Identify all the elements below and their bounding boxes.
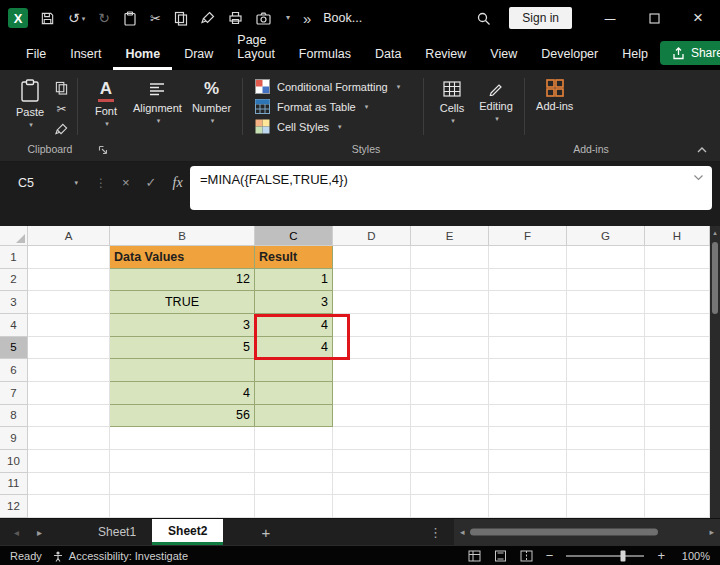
cell-F7[interactable] bbox=[489, 382, 567, 405]
cell-G12[interactable] bbox=[567, 495, 645, 518]
column-header-B[interactable]: B bbox=[110, 226, 255, 246]
formula-input[interactable]: =MINA({FALSE,TRUE,4}) bbox=[190, 166, 712, 210]
cell-F5[interactable] bbox=[489, 337, 567, 360]
cell-G10[interactable] bbox=[567, 450, 645, 473]
cell-A4[interactable] bbox=[28, 314, 110, 337]
zoom-slider-thumb[interactable] bbox=[620, 550, 625, 561]
zoom-slider[interactable] bbox=[566, 555, 644, 557]
sheet-tab-sheet2[interactable]: Sheet2 bbox=[152, 519, 223, 545]
cell-E3[interactable] bbox=[411, 291, 489, 314]
cell-F4[interactable] bbox=[489, 314, 567, 337]
tab-insert[interactable]: Insert bbox=[58, 47, 113, 70]
cell-A1[interactable] bbox=[28, 246, 110, 269]
cell-B8[interactable]: 56 bbox=[110, 405, 255, 428]
cell-E10[interactable] bbox=[411, 450, 489, 473]
cell-A11[interactable] bbox=[28, 473, 110, 496]
cell-D2[interactable] bbox=[333, 269, 411, 292]
cell-C4[interactable]: 4 bbox=[255, 314, 333, 337]
cell-A2[interactable] bbox=[28, 269, 110, 292]
cell-F2[interactable] bbox=[489, 269, 567, 292]
page-break-view-icon[interactable] bbox=[520, 550, 533, 562]
cell-D11[interactable] bbox=[333, 473, 411, 496]
alignment-button[interactable]: Alignment ▾ bbox=[128, 76, 187, 128]
tab-view[interactable]: View bbox=[478, 47, 529, 70]
cell-H6[interactable] bbox=[645, 359, 710, 382]
cell-H11[interactable] bbox=[645, 473, 710, 496]
zoom-out-button[interactable]: − bbox=[546, 548, 554, 563]
cell-E12[interactable] bbox=[411, 495, 489, 518]
cell-F6[interactable] bbox=[489, 359, 567, 382]
cell-A5[interactable] bbox=[28, 337, 110, 360]
cell-D5[interactable] bbox=[333, 337, 411, 360]
name-box[interactable]: C5 ▾ bbox=[0, 176, 88, 190]
next-sheet-icon[interactable]: ▸ bbox=[37, 527, 42, 538]
cell-G1[interactable] bbox=[567, 246, 645, 269]
cell-G7[interactable] bbox=[567, 382, 645, 405]
cell-E1[interactable] bbox=[411, 246, 489, 269]
column-header-F[interactable]: F bbox=[489, 226, 567, 246]
cell-C8[interactable] bbox=[255, 405, 333, 428]
zoom-in-button[interactable]: + bbox=[657, 548, 665, 563]
cell-F10[interactable] bbox=[489, 450, 567, 473]
maximize-button[interactable] bbox=[632, 0, 676, 36]
cell-B7[interactable]: 4 bbox=[110, 382, 255, 405]
column-header-A[interactable]: A bbox=[28, 226, 110, 246]
close-button[interactable]: × bbox=[676, 0, 720, 36]
cell-C5[interactable]: 4 bbox=[255, 337, 333, 360]
cell-G2[interactable] bbox=[567, 269, 645, 292]
clipboard-icon[interactable] bbox=[123, 11, 137, 26]
cell-B12[interactable] bbox=[110, 495, 255, 518]
tab-formulas[interactable]: Formulas bbox=[287, 47, 363, 70]
redo-icon[interactable]: ↻ bbox=[98, 11, 110, 25]
number-button[interactable]: % Number ▾ bbox=[187, 76, 236, 128]
row-header-12[interactable]: 12 bbox=[0, 495, 28, 518]
cell-G6[interactable] bbox=[567, 359, 645, 382]
cell-F12[interactable] bbox=[489, 495, 567, 518]
add-sheet-button[interactable]: + bbox=[247, 519, 284, 545]
tab-help[interactable]: Help bbox=[610, 47, 660, 70]
tab-page-layout[interactable]: Page Layout bbox=[225, 33, 287, 70]
cell-A6[interactable] bbox=[28, 359, 110, 382]
formula-bar-handle[interactable]: ⋮ bbox=[95, 176, 107, 190]
scroll-right-icon[interactable]: ▸ bbox=[709, 527, 714, 537]
cell-A9[interactable] bbox=[28, 427, 110, 450]
cell-H12[interactable] bbox=[645, 495, 710, 518]
cell-E8[interactable] bbox=[411, 405, 489, 428]
editing-button[interactable]: Editing ▾ bbox=[474, 76, 518, 126]
search-icon[interactable] bbox=[476, 11, 491, 26]
cell-C10[interactable] bbox=[255, 450, 333, 473]
row-header-6[interactable]: 6 bbox=[0, 359, 28, 382]
cell-F9[interactable] bbox=[489, 427, 567, 450]
vertical-scroll-thumb[interactable] bbox=[712, 242, 718, 314]
tab-draw[interactable]: Draw bbox=[172, 47, 225, 70]
excel-logo-icon[interactable]: X bbox=[8, 8, 28, 28]
cell-C12[interactable] bbox=[255, 495, 333, 518]
cell-G9[interactable] bbox=[567, 427, 645, 450]
cell-G5[interactable] bbox=[567, 337, 645, 360]
cell-B9[interactable] bbox=[110, 427, 255, 450]
cell-E4[interactable] bbox=[411, 314, 489, 337]
font-button[interactable]: A Font ▾ bbox=[84, 76, 128, 131]
cell-C3[interactable]: 3 bbox=[255, 291, 333, 314]
sign-in-button[interactable]: Sign in bbox=[509, 7, 572, 29]
column-header-G[interactable]: G bbox=[567, 226, 645, 246]
cell-D1[interactable] bbox=[333, 246, 411, 269]
cell-B4[interactable]: 3 bbox=[110, 314, 255, 337]
page-layout-view-icon[interactable] bbox=[494, 550, 507, 562]
tab-data[interactable]: Data bbox=[363, 47, 413, 70]
enter-icon[interactable]: ✓ bbox=[146, 176, 157, 189]
cell-C11[interactable] bbox=[255, 473, 333, 496]
cell-H5[interactable] bbox=[645, 337, 710, 360]
cell-D6[interactable] bbox=[333, 359, 411, 382]
cell-H7[interactable] bbox=[645, 382, 710, 405]
cell-A10[interactable] bbox=[28, 450, 110, 473]
tab-home[interactable]: Home bbox=[113, 47, 172, 70]
row-header-8[interactable]: 8 bbox=[0, 405, 28, 428]
copy-icon[interactable] bbox=[174, 11, 188, 26]
format-as-table-button[interactable]: Format as Table ▾ bbox=[255, 99, 411, 114]
cell-E11[interactable] bbox=[411, 473, 489, 496]
cell-styles-button[interactable]: Cell Styles ▾ bbox=[255, 119, 411, 134]
column-header-E[interactable]: E bbox=[411, 226, 489, 246]
row-header-7[interactable]: 7 bbox=[0, 382, 28, 405]
share-button[interactable]: Share bbox=[660, 41, 720, 65]
